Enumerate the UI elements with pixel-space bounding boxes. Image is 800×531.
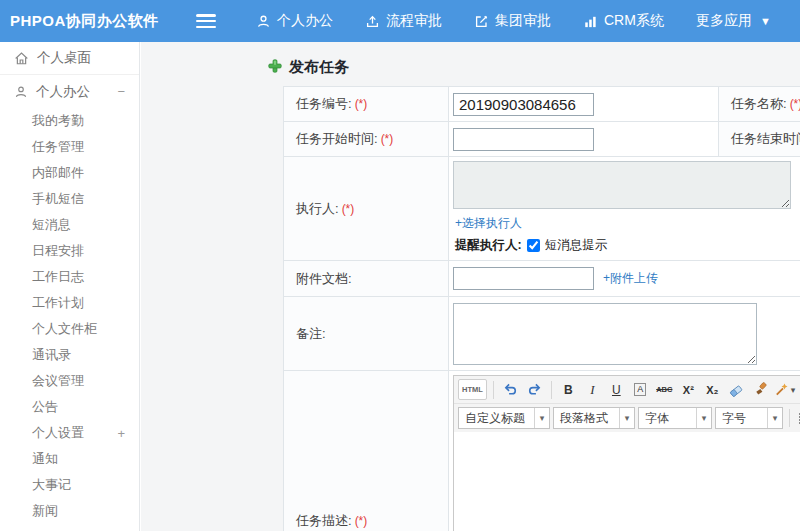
collapse-icon[interactable]: − (117, 84, 125, 99)
task-name-label: 任务名称:(*) (719, 87, 800, 122)
publish-task-form: 任务编号:(*) 任务名称:(*) 任务开始时间:(*) 任务结束时间:(*) (283, 86, 800, 531)
sidebar-item-desktop[interactable]: 个人桌面 (0, 42, 139, 75)
magic-wand-icon[interactable]: ▾ (774, 379, 796, 400)
editor-toolbar-row1: HTML B I (454, 376, 800, 404)
app-logo: PHPOA协同办公软件 (10, 12, 178, 31)
choose-executor-link[interactable]: +选择执行人 (455, 215, 522, 232)
remark-label: 备注: (284, 297, 449, 371)
topbar: PHPOA协同办公软件 个人办公 流程审批 集团审批 (0, 0, 800, 42)
chevron-down-icon: ▾ (791, 385, 796, 395)
nav-crm-system[interactable]: CRM系统 (583, 12, 664, 30)
subscript-button[interactable]: X₂ (702, 379, 723, 400)
chevron-down-icon: ▼ (760, 15, 771, 27)
font-style-button[interactable]: A (630, 379, 651, 400)
sidebar-item-task-management[interactable]: 任务管理 (0, 134, 139, 160)
strikethrough-button[interactable]: ABC (654, 379, 675, 400)
end-time-label: 任务结束时间:(*) (719, 122, 800, 157)
sidebar-item-news[interactable]: 新闻 (0, 498, 139, 524)
eraser-icon[interactable] (726, 379, 747, 400)
font-family-select[interactable]: 字体 ▾ (638, 407, 712, 429)
sidebar-item-internal-mail[interactable]: 内部邮件 (0, 160, 139, 186)
start-time-label: 任务开始时间:(*) (284, 122, 449, 157)
sidebar-item-mobile-sms[interactable]: 手机短信 (0, 186, 139, 212)
executor-label: 执行人:(*) (284, 157, 449, 261)
italic-button[interactable]: I (582, 379, 603, 400)
executor-textarea[interactable] (453, 161, 791, 209)
sidebar-item-work-plan[interactable]: 工作计划 (0, 290, 139, 316)
underline-button[interactable]: U (606, 379, 627, 400)
custom-heading-select[interactable]: 自定义标题 ▾ (458, 407, 550, 429)
chevron-down-icon: ▾ (619, 408, 634, 428)
remark-textarea[interactable] (453, 303, 757, 365)
align-left-icon[interactable] (796, 408, 800, 429)
sidebar-item-meeting-management[interactable]: 会议管理 (0, 368, 139, 394)
sidebar-item-short-message[interactable]: 短消息 (0, 212, 139, 238)
format-painter-icon[interactable] (750, 379, 771, 400)
editor-content-area[interactable] (454, 432, 800, 531)
home-icon (14, 51, 29, 66)
superscript-button[interactable]: X² (678, 379, 699, 400)
sidebar-item-personal-office[interactable]: 个人办公 − (0, 75, 139, 108)
attachment-input[interactable] (453, 267, 594, 290)
attachment-label: 附件文档: (284, 261, 449, 297)
submit-icon (365, 14, 380, 29)
nav-group-approval[interactable]: 集团审批 (474, 12, 551, 30)
main-content: 发布任务 任务编号:(*) 任务名称:(*) 任务开始时间:(*) (141, 42, 800, 531)
sidebar-item-personal-settings[interactable]: 个人设置 + (0, 420, 139, 446)
nav-more-apps[interactable]: 更多应用 ▼ (696, 12, 771, 30)
sidebar-item-my-attendance[interactable]: 我的考勤 (0, 108, 139, 134)
sidebar-item-contacts[interactable]: 通讯录 (0, 342, 139, 368)
bar-chart-icon (583, 14, 598, 29)
rich-text-editor: HTML B I (453, 375, 800, 531)
chevron-down-icon: ▾ (767, 408, 782, 428)
bold-button[interactable]: B (558, 379, 579, 400)
add-plus-icon (268, 59, 282, 77)
sidebar-item-personal-files[interactable]: 个人文件柜 (0, 316, 139, 342)
task-description-label: 任务描述:(*) (284, 371, 449, 531)
html-source-button[interactable]: HTML (458, 379, 487, 400)
edit-square-icon (474, 14, 489, 29)
task-number-label: 任务编号:(*) (284, 87, 449, 122)
user-icon (14, 85, 28, 99)
top-navigation: 个人办公 流程审批 集团审批 CRM系统 更多 (256, 12, 771, 30)
page-title: 发布任务 (268, 58, 349, 77)
undo-icon[interactable] (500, 379, 521, 400)
nav-personal-office[interactable]: 个人办公 (256, 12, 333, 30)
sidebar-item-announcement[interactable]: 公告 (0, 394, 139, 420)
sms-remind-checkbox[interactable] (527, 239, 540, 252)
menu-toggle-icon[interactable] (196, 14, 216, 28)
sidebar-item-notice[interactable]: 通知 (0, 446, 139, 472)
attachment-upload-link[interactable]: +附件上传 (603, 270, 658, 287)
sms-remind-label: 短消息提示 (545, 237, 608, 254)
sidebar-item-schedule[interactable]: 日程安排 (0, 238, 139, 264)
start-time-input[interactable] (453, 128, 594, 151)
user-icon (256, 14, 271, 29)
task-number-input[interactable] (453, 93, 594, 116)
sidebar-item-work-log[interactable]: 工作日志 (0, 264, 139, 290)
sidebar: 个人桌面 个人办公 − 我的考勤 任务管理 内部邮件 手机短信 短消息 日程安排… (0, 42, 140, 531)
font-size-select[interactable]: 字号 ▾ (715, 407, 783, 429)
remind-executor-label: 提醒执行人: (455, 237, 522, 254)
nav-workflow-approval[interactable]: 流程审批 (365, 12, 442, 30)
sidebar-item-events[interactable]: 大事记 (0, 472, 139, 498)
chevron-down-icon: ▾ (696, 408, 711, 428)
redo-icon[interactable] (524, 379, 545, 400)
paragraph-format-select[interactable]: 段落格式 ▾ (553, 407, 635, 429)
editor-toolbar-row2: 自定义标题 ▾ 段落格式 ▾ 字体 ▾ (454, 404, 800, 432)
chevron-down-icon: ▾ (534, 408, 549, 428)
expand-icon[interactable]: + (117, 426, 125, 441)
